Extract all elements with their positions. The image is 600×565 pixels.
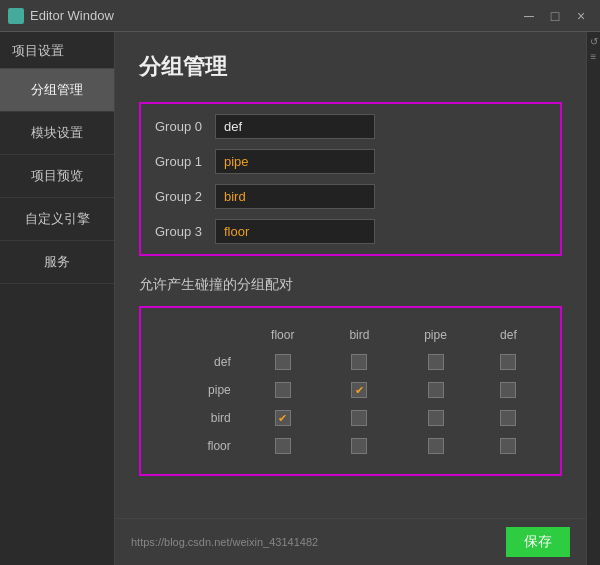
group-row-2: Group 2: [155, 184, 546, 209]
checkbox-cell: [245, 434, 321, 458]
sidebar-header: 项目设置: [0, 32, 114, 69]
row-label: pipe: [161, 378, 241, 402]
main-content: 分组管理 Group 0 Group 1 Group 2 Group 3 允许产…: [115, 32, 586, 565]
collision-checkbox[interactable]: [500, 354, 516, 370]
table-row: bird: [161, 406, 540, 430]
save-button[interactable]: 保存: [506, 527, 570, 557]
title-bar-controls: ─ □ ×: [518, 5, 592, 27]
group-label-3: Group 3: [155, 224, 215, 239]
minimize-button[interactable]: ─: [518, 5, 540, 27]
app-icon: [8, 8, 24, 24]
sidebar-item-project-preview[interactable]: 项目预览: [0, 155, 114, 198]
col-header-def: def: [477, 324, 540, 346]
group-row-1: Group 1: [155, 149, 546, 174]
group-section: Group 0 Group 1 Group 2 Group 3: [139, 102, 562, 256]
collision-checkbox[interactable]: [351, 354, 367, 370]
table-row: floor: [161, 434, 540, 458]
checkbox-cell: [325, 406, 395, 430]
collision-checkbox[interactable]: [428, 410, 444, 426]
group-row-0: Group 0: [155, 114, 546, 139]
collision-checkbox[interactable]: [275, 438, 291, 454]
collision-checkbox[interactable]: [351, 438, 367, 454]
collision-checkbox[interactable]: [428, 438, 444, 454]
table-row: def: [161, 350, 540, 374]
group-input-2[interactable]: [215, 184, 375, 209]
collision-checkbox[interactable]: [275, 382, 291, 398]
sidebar-item-custom-engine[interactable]: 自定义引擎: [0, 198, 114, 241]
checkbox-cell: [325, 350, 395, 374]
title-bar: Editor Window ─ □ ×: [0, 0, 600, 32]
checkbox-cell: [398, 378, 473, 402]
group-label-2: Group 2: [155, 189, 215, 204]
close-button[interactable]: ×: [570, 5, 592, 27]
collision-checkbox[interactable]: [351, 382, 367, 398]
group-label-1: Group 1: [155, 154, 215, 169]
sidebar-item-module-settings[interactable]: 模块设置: [0, 112, 114, 155]
checkbox-cell: [245, 350, 321, 374]
collision-checkbox[interactable]: [500, 410, 516, 426]
row-label: bird: [161, 406, 241, 430]
checkbox-cell: [245, 406, 321, 430]
collision-table: floor bird pipe def defpipebirdfloor: [157, 320, 544, 462]
collision-checkbox[interactable]: [351, 410, 367, 426]
checkbox-cell: [245, 378, 321, 402]
group-row-3: Group 3: [155, 219, 546, 244]
checkbox-cell: [477, 406, 540, 430]
col-header-floor: floor: [245, 324, 321, 346]
group-input-3[interactable]: [215, 219, 375, 244]
checkbox-cell: [325, 434, 395, 458]
collision-checkbox[interactable]: [500, 382, 516, 398]
group-label-0: Group 0: [155, 119, 215, 134]
checkbox-cell: [477, 350, 540, 374]
group-input-1[interactable]: [215, 149, 375, 174]
menu-icon[interactable]: ≡: [591, 51, 597, 62]
checkbox-cell: [398, 406, 473, 430]
checkbox-cell: [398, 350, 473, 374]
collision-checkbox[interactable]: [275, 354, 291, 370]
collision-checkbox[interactable]: [428, 382, 444, 398]
collision-section: floor bird pipe def defpipebirdfloor: [139, 306, 562, 476]
checkbox-cell: [398, 434, 473, 458]
row-label: floor: [161, 434, 241, 458]
app-body: 项目设置 分组管理 模块设置 项目预览 自定义引擎 服务 分组管理 Group …: [0, 32, 600, 565]
collision-checkbox[interactable]: [275, 410, 291, 426]
sidebar-item-service[interactable]: 服务: [0, 241, 114, 284]
group-input-0[interactable]: [215, 114, 375, 139]
collision-section-title: 允许产生碰撞的分组配对: [139, 276, 562, 294]
sidebar: 项目设置 分组管理 模块设置 项目预览 自定义引擎 服务: [0, 32, 115, 565]
right-bar: ↺ ≡: [586, 32, 600, 565]
table-row: pipe: [161, 378, 540, 402]
checkbox-cell: [325, 378, 395, 402]
col-header-bird: bird: [325, 324, 395, 346]
sidebar-item-group-management[interactable]: 分组管理: [0, 69, 114, 112]
url-text: https://blog.csdn.net/weixin_43141482: [131, 536, 318, 548]
checkbox-cell: [477, 378, 540, 402]
maximize-button[interactable]: □: [544, 5, 566, 27]
title-bar-text: Editor Window: [30, 8, 518, 23]
bottom-bar: https://blog.csdn.net/weixin_43141482 保存: [115, 518, 586, 565]
row-label: def: [161, 350, 241, 374]
refresh-icon[interactable]: ↺: [590, 36, 598, 47]
page-title: 分组管理: [139, 52, 562, 82]
checkbox-cell: [477, 434, 540, 458]
col-header-empty: [161, 324, 241, 346]
col-header-pipe: pipe: [398, 324, 473, 346]
collision-checkbox[interactable]: [428, 354, 444, 370]
collision-checkbox[interactable]: [500, 438, 516, 454]
